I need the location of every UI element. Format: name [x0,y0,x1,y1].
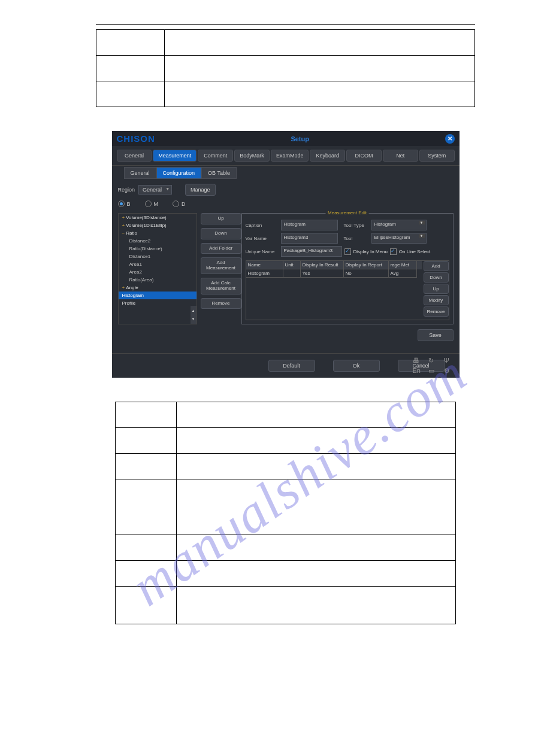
tab-dicom[interactable]: DICOM [346,150,382,162]
tree-item[interactable]: Distance1 [119,253,197,260]
mt-remove-button[interactable]: Remove [424,306,449,317]
remove-button[interactable]: Remove [201,298,241,309]
display-in-menu-checkbox[interactable] [344,248,351,255]
measurement-tree[interactable]: +Volume(3Distance) +Volume(1Dis1Ellip) −… [118,213,197,324]
online-select-checkbox[interactable] [390,248,397,255]
tooltype-select[interactable]: Histogram [371,220,427,230]
tab-system[interactable]: System [419,150,455,162]
monitor-icon[interactable]: ▭ [428,367,438,375]
tab-measurement[interactable]: Measurement [153,150,197,162]
tab-bodymark[interactable]: BodyMark [234,150,270,162]
default-button[interactable]: Default [268,360,315,372]
language-indicator[interactable]: En [413,367,422,375]
caption-label: Caption [246,223,279,228]
table-action-buttons: Add Down Up Modify Remove [422,261,449,320]
close-icon[interactable]: ✕ [445,134,455,144]
results-table: Name Unit Display In Result Display In R… [246,260,449,320]
tool-select[interactable]: EllipseHistogram [371,233,427,244]
col-display-report: Display In Report [344,261,389,269]
varname-label: Var Name [246,236,279,241]
tab-comment[interactable]: Comment [198,150,233,162]
document-page: CHISON Setup ✕ General Measurement Comme… [0,0,535,672]
tab-general[interactable]: General [117,150,152,162]
radio-d-label: D [182,201,186,207]
tab-keyboard[interactable]: Keyboard [310,150,345,162]
doc-table-1 [96,29,475,107]
tree-item-histogram[interactable]: Histogram [119,292,197,299]
region-select[interactable]: General [138,185,172,195]
tab-exammode[interactable]: ExamMode [271,150,309,162]
mt-add-button[interactable]: Add [424,261,449,271]
tree-item[interactable]: Ratio(Area) [119,276,197,284]
tab-net[interactable]: Net [383,150,418,162]
mic-icon[interactable]: ⚙ [444,367,454,375]
col-name: Name [246,261,283,269]
tree-item[interactable]: Distance2 [119,237,197,245]
sub-tab-bar: General Configuration OB Table [118,166,454,184]
top-divider [96,24,475,25]
radio-icon [118,201,125,207]
tree-action-buttons: Up Down Add Folder Add Measurement Add C… [201,213,238,324]
tree-scrollbar[interactable]: ▲▼ [191,306,197,324]
scroll-up-icon[interactable]: ▲ [192,306,195,315]
tree-item[interactable]: Profile [119,299,197,307]
window-title: Setup [155,135,445,142]
radio-m[interactable]: M [145,201,159,207]
tree-item[interactable]: Area1 [119,260,197,268]
radio-icon [145,201,152,207]
mt-up-button[interactable]: Up [424,284,449,294]
scroll-down-icon[interactable]: ▼ [192,315,195,323]
col-unit: Unit [283,261,301,269]
uniquename-label: Unique Name [246,249,279,254]
subtab-configuration[interactable]: Configuration [156,167,202,179]
col-rage-met: rage Met [389,261,417,269]
printer-icon[interactable]: 🖶 [413,357,422,365]
radio-b-label: B [127,201,131,207]
ok-button[interactable]: Ok [333,360,380,372]
add-measurement-button[interactable]: Add Measurement [201,257,241,274]
table-row[interactable]: Histogram Yes No Avg [246,269,422,278]
uniquename-input[interactable]: PackageB_Histogram3 [281,246,342,257]
footer-status-icons: 🖶 ↻ Ψ En ▭ ⚙ [413,357,454,375]
radio-m-label: M [154,201,159,207]
add-calc-measurement-button[interactable]: Add Calc Measurement [201,278,241,294]
subtab-general[interactable]: General [124,167,156,179]
doc-table-2 [115,402,457,624]
tree-item[interactable]: Ratio(Distance) [119,245,197,253]
tooltype-label: Tool Type [344,223,369,228]
collapse-icon[interactable]: − [122,230,125,236]
region-label: Region [118,187,135,193]
mode-radios: B M D [118,201,454,207]
varname-input[interactable]: Histogram3 [281,233,338,244]
add-folder-button[interactable]: Add Folder [201,243,241,254]
main-tab-bar: General Measurement Comment BodyMark Exa… [112,146,460,166]
subtab-obtable[interactable]: OB Table [201,167,237,179]
down-button[interactable]: Down [201,228,241,239]
usb-icon[interactable]: Ψ [444,357,454,365]
display-in-menu-label: Display In Menu [353,249,388,254]
caption-input[interactable]: Histogram [281,220,338,230]
up-button[interactable]: Up [201,213,241,224]
measurement-edit-panel: Measurement Edit Caption Histogram Tool … [241,213,454,324]
expand-icon[interactable]: + [122,223,125,228]
tree-item[interactable]: +Volume(3Distance) [119,214,197,221]
mt-down-button[interactable]: Down [424,272,449,283]
col-display-result: Display In Result [301,261,344,269]
radio-icon [173,201,179,207]
radio-b[interactable]: B [118,201,131,207]
radio-d[interactable]: D [173,201,186,207]
expand-icon[interactable]: + [122,215,125,220]
save-button[interactable]: Save [418,329,454,341]
tree-item[interactable]: +Volume(1Dis1Ellip) [119,221,197,229]
online-select-label: On Line Select [399,249,430,254]
network-icon[interactable]: ↻ [428,357,438,365]
setup-window: CHISON Setup ✕ General Measurement Comme… [112,131,460,378]
expand-icon[interactable]: + [122,285,125,290]
tree-item[interactable]: Area2 [119,268,197,276]
tree-item[interactable]: −Ratio [119,229,197,237]
tree-item[interactable]: +Angle [119,284,197,292]
mt-modify-button[interactable]: Modify [424,295,449,305]
title-bar: CHISON Setup ✕ [112,131,460,146]
tool-label: Tool [344,236,369,241]
manage-button[interactable]: Manage [185,184,216,196]
